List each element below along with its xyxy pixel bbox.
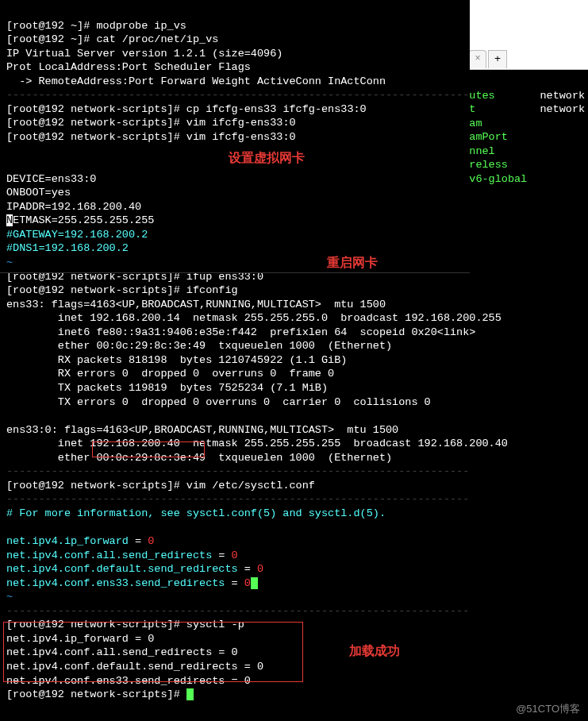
line: net.ipv4.conf.ens33.send_redirects = 0: [6, 577, 258, 589]
cursor-icon: [251, 577, 258, 589]
line: ether 00:0c:29:8c:3e:49 txqueuelen 1000 …: [6, 340, 392, 352]
line: [root@192 network-scripts]# vim ifcfg-en…: [6, 117, 296, 129]
close-icon: ×: [475, 53, 480, 66]
line: ens33: flags=4163<UP,BROADCAST,RUNNING,M…: [6, 299, 386, 310]
line: [root@192 network-scripts]# vim ifcfg-en…: [6, 131, 296, 143]
line: ether 00:0c:29:8c:3e:49 txqueuelen 1000 …: [6, 452, 392, 464]
separator: ----------------------------------------…: [6, 89, 469, 101]
line: #DNS1=192.168.200.2: [6, 242, 129, 254]
line: net.ipv4.conf.default.send_redirects = 0: [6, 661, 263, 673]
line: net.ipv4.conf.default.send_redirects = 0: [6, 563, 263, 575]
line: [6, 522, 13, 534]
line: IPADDR=192.168.200.40: [6, 201, 141, 213]
highlighted-ip: 192.168.200.40: [90, 438, 179, 449]
line: DEVICE=ens33:0: [6, 173, 96, 185]
separator: ----------------------------------------…: [6, 605, 469, 617]
line: inet6 fe80::9a31:9406:e35e:f442 prefixle…: [6, 326, 475, 338]
line: ~: [6, 256, 13, 268]
cursor-icon: [186, 688, 194, 700]
line: [root@192 network-scripts]#: [6, 688, 194, 700]
line: [root@192 ~]# cat /proc/net/ip_vs: [6, 33, 218, 45]
tab-add-button[interactable]: +: [488, 50, 507, 68]
line: # For more information, see sysctl.conf(…: [6, 507, 386, 519]
line: #GATEWAY=192.168.200.2: [6, 229, 148, 241]
line: [root@192 network-scripts]# sysctl -p: [6, 619, 244, 630]
line: TX packets 119819 bytes 7525234 (7.1 MiB…: [6, 382, 328, 394]
line: [6, 145, 13, 156]
line: IP Virtual Server version 1.2.1 (size=40…: [6, 48, 282, 60]
line: net.ipv4.conf.all.send_redirects = 0: [6, 646, 238, 658]
terminal-overlay[interactable]: [root@192 ~]# modprobe ip_vs [root@192 ~…: [0, 0, 470, 273]
line: inet 192.168.200.14 netmask 255.255.255.…: [6, 312, 502, 324]
line: [root@192 network-scripts]# ifconfig: [6, 284, 238, 296]
line: TX errors 0 dropped 0 overruns 0 carrier…: [6, 396, 431, 408]
line: Prot LocalAddress:Port Scheduler Flags: [6, 61, 251, 73]
line: net.ipv4.conf.ens33.send_redirects = 0: [6, 675, 251, 687]
line: [6, 410, 13, 422]
line: net.ipv4.ip_forward = 0: [6, 633, 154, 645]
line: ONBOOT=yes: [6, 187, 71, 199]
line: -> RemoteAddress:Port Forward Weight Act…: [6, 75, 386, 87]
separator: ----------------------------------------…: [6, 465, 469, 477]
line: [6, 159, 13, 171]
line: inet 192.168.200.40 netmask 255.255.255.…: [6, 438, 508, 449]
separator: ----------------------------------------…: [6, 493, 469, 505]
line: [root@192 network-scripts]# vim /etc/sys…: [6, 480, 315, 492]
tab-close-button[interactable]: ×: [469, 50, 486, 68]
line: [root@192 network-scripts]# cp ifcfg-ens…: [6, 103, 367, 115]
line: net.ipv4.ip_forward = 0: [6, 535, 154, 547]
line: ens33:0: flags=4163<UP,BROADCAST,RUNNING…: [6, 424, 398, 436]
plus-icon: +: [494, 52, 501, 67]
line: net.ipv4.conf.all.send_redirects = 0: [6, 549, 238, 561]
line: [root@192 ~]# modprobe ip_vs: [6, 20, 186, 32]
line: RX packets 818198 bytes 1210745922 (1.1 …: [6, 354, 347, 366]
line: RX errors 0 dropped 0 overruns 0 frame 0: [6, 368, 334, 380]
line: ~: [6, 591, 13, 603]
watermark: @51CTO博客: [516, 703, 580, 716]
line: NETMASK=255.255.255.255: [6, 214, 154, 226]
